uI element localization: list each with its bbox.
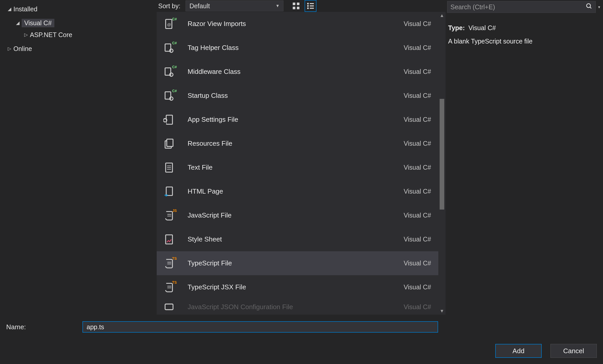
tree-label: Visual C# xyxy=(22,19,54,27)
template-name: Text File xyxy=(177,163,404,171)
template-icon xyxy=(161,186,177,197)
svg-rect-0 xyxy=(293,3,295,5)
template-row[interactable]: C#Middleware ClassVisual C# xyxy=(157,60,438,84)
template-language: Visual C# xyxy=(404,188,431,195)
template-language: Visual C# xyxy=(404,68,431,75)
tree-label: Online xyxy=(13,45,32,53)
template-icon: TS xyxy=(161,282,177,293)
tree-item-aspnet-core[interactable]: ▷ ASP.NET Core xyxy=(0,29,156,41)
svg-line-37 xyxy=(590,7,591,8)
tree-item-installed[interactable]: ◢ Installed xyxy=(0,3,156,15)
sort-by-dropdown[interactable]: Default ▼ xyxy=(186,1,283,11)
template-name: Style Sheet xyxy=(177,235,404,243)
template-language: Visual C# xyxy=(404,20,431,28)
sort-by-label: Sort by: xyxy=(158,2,180,10)
svg-point-27 xyxy=(165,195,167,196)
csharp-badge-icon: C# xyxy=(172,17,177,21)
template-row[interactable]: Resources FileVisual C# xyxy=(157,132,438,155)
template-icon: C# xyxy=(161,90,177,101)
chevron-down-icon: ▼ xyxy=(275,4,280,8)
js-badge-icon: JS xyxy=(172,209,177,212)
template-name: Startup Class xyxy=(177,92,404,100)
scroll-down-icon[interactable]: ▼ xyxy=(438,307,446,315)
svg-rect-35 xyxy=(165,304,173,310)
search-icon xyxy=(586,3,592,11)
svg-rect-4 xyxy=(307,3,309,4)
template-name: HTML Page xyxy=(177,187,404,195)
scroll-thumb[interactable] xyxy=(440,99,444,210)
template-language: Visual C# xyxy=(404,212,431,219)
template-row[interactable]: TSTypeScript FileVisual C# xyxy=(157,251,438,275)
template-icon xyxy=(161,138,177,149)
template-row[interactable]: @C#Razor View ImportsVisual C# xyxy=(157,12,438,36)
grid-view-button[interactable] xyxy=(290,0,302,12)
template-language: Visual C# xyxy=(404,92,431,99)
svg-text:@: @ xyxy=(167,22,171,27)
template-name: JavaScript File xyxy=(177,211,404,219)
template-language: Visual C# xyxy=(404,164,431,171)
template-name: Resources File xyxy=(177,140,404,148)
add-button[interactable]: Add xyxy=(495,344,542,358)
tree-item-visual-csharp[interactable]: ◢ Visual C# xyxy=(0,17,156,29)
template-row[interactable]: HTML PageVisual C# xyxy=(157,179,438,203)
svg-rect-3 xyxy=(297,7,299,9)
svg-rect-30 xyxy=(166,235,172,244)
tree-label: Installed xyxy=(13,5,37,13)
template-row[interactable]: C#Startup ClassVisual C# xyxy=(157,84,438,108)
svg-point-13 xyxy=(170,49,173,52)
cancel-button[interactable]: Cancel xyxy=(550,344,597,358)
template-icon: @C# xyxy=(161,18,177,30)
template-language: Visual C# xyxy=(404,236,431,243)
ts-badge-icon: TS xyxy=(172,281,177,284)
search-dropdown-button[interactable]: ▾ xyxy=(596,5,601,10)
template-icon: C# xyxy=(161,42,177,54)
template-language: Visual C# xyxy=(404,303,431,311)
sort-by-value: Default xyxy=(189,2,210,10)
name-label: Name: xyxy=(6,323,82,331)
svg-rect-1 xyxy=(297,3,299,5)
template-icon xyxy=(161,114,177,125)
info-type-label: Type: xyxy=(448,24,465,31)
scrollbar[interactable]: ▲ ▼ xyxy=(438,12,446,315)
template-row[interactable]: App Settings FileVisual C# xyxy=(157,108,438,132)
template-row[interactable]: JSJavaScript FileVisual C# xyxy=(157,203,438,227)
tree-label: ASP.NET Core xyxy=(30,31,72,39)
csharp-badge-icon: C# xyxy=(172,89,177,93)
category-tree: ◢ Installed ◢ Visual C# ▷ ASP.NET Core ▷… xyxy=(0,0,156,315)
template-row[interactable]: Style SheetVisual C# xyxy=(157,227,438,251)
template-row[interactable]: Text FileVisual C# xyxy=(157,155,438,179)
search-input[interactable]: Search (Ctrl+E) xyxy=(447,1,596,13)
svg-rect-26 xyxy=(166,187,172,195)
template-name: Razor View Imports xyxy=(177,20,404,28)
template-name: Middleware Class xyxy=(177,68,404,76)
template-icon xyxy=(161,301,177,313)
template-name: App Settings File xyxy=(177,116,404,124)
svg-rect-7 xyxy=(310,5,314,6)
svg-point-17 xyxy=(170,97,173,100)
template-language: Visual C# xyxy=(404,259,431,267)
template-row[interactable]: C#Tag Helper ClassVisual C# xyxy=(157,36,438,60)
list-view-button[interactable] xyxy=(305,0,316,12)
svg-rect-21 xyxy=(167,139,173,146)
template-language: Visual C# xyxy=(404,44,431,51)
collapse-icon: ◢ xyxy=(7,6,12,12)
expand-icon: ▷ xyxy=(24,32,28,38)
template-icon: TS xyxy=(161,258,177,269)
template-icon: C# xyxy=(161,66,177,77)
template-row[interactable]: TSTypeScript JSX FileVisual C# xyxy=(157,275,438,299)
name-input[interactable] xyxy=(82,321,438,333)
template-icon: JS xyxy=(161,210,177,221)
svg-point-36 xyxy=(587,4,590,7)
tree-item-online[interactable]: ▷ Online xyxy=(0,43,156,55)
template-list: @C#Razor View ImportsVisual C#C#Tag Help… xyxy=(157,12,438,315)
info-description: A blank TypeScript source file xyxy=(448,36,599,46)
svg-rect-5 xyxy=(310,3,314,4)
template-info: Type: Visual C# A blank TypeScript sourc… xyxy=(446,13,603,46)
template-name: JavaScript JSON Configuration File xyxy=(177,303,404,311)
template-icon xyxy=(161,234,177,245)
expand-icon: ▷ xyxy=(7,46,12,51)
scroll-up-icon[interactable]: ▲ xyxy=(438,12,446,19)
svg-rect-8 xyxy=(307,7,309,9)
template-row[interactable]: JavaScript JSON Configuration FileVisual… xyxy=(157,299,438,315)
template-icon xyxy=(161,162,177,173)
